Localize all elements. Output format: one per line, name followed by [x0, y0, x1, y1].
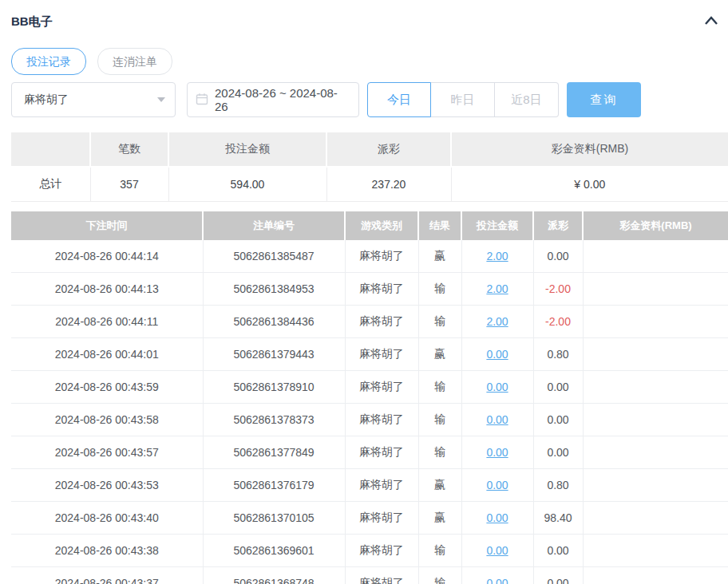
summary-header-bet-amount: 投注金额: [168, 132, 326, 167]
cell-time: 2024-08-26 00:44:11: [11, 306, 203, 338]
summary-table: 笔数 投注金额 派彩 彩金资料(RMB) 总计 357 594.00 237.2…: [11, 132, 728, 202]
cell-order-id: 5062861384436: [203, 306, 345, 338]
cell-bonus: [583, 567, 728, 584]
cell-payout: 98.40: [533, 502, 583, 535]
records-header-bet: 投注金额: [461, 211, 533, 240]
summary-header-bonus: 彩金资料(RMB): [451, 132, 728, 167]
bet-amount-link[interactable]: 0.00: [486, 577, 508, 584]
filter-bar: 麻将胡了 2024-08-26 ~ 2024-08-26 今日 昨日 近8日 查…: [11, 82, 728, 117]
table-row: 2024-08-26 00:44:01 5062861379443 麻将胡了 赢…: [11, 338, 728, 371]
cell-bonus: [583, 502, 728, 535]
bet-amount-link[interactable]: 0.00: [486, 544, 508, 557]
cell-game: 麻将胡了: [345, 502, 418, 535]
cell-order-id: 5062861385487: [203, 240, 345, 273]
records-header-row: 下注时间 注单编号 游戏类别 结果 投注金额 派彩 彩金资料(RMB): [11, 211, 728, 240]
cell-payout: 0.80: [533, 338, 583, 371]
yesterday-button[interactable]: 昨日: [431, 82, 495, 117]
cell-result: 赢: [418, 502, 461, 535]
cell-game: 麻将胡了: [345, 567, 418, 584]
bet-amount-link[interactable]: 2.00: [486, 315, 508, 328]
cell-time: 2024-08-26 00:44:14: [11, 240, 203, 273]
cell-payout: -2.00: [533, 273, 583, 306]
cell-time: 2024-08-26 00:44:13: [11, 273, 203, 306]
cell-order-id: 5062861378910: [203, 371, 345, 404]
cell-bonus: [583, 404, 728, 436]
date-range-input[interactable]: 2024-08-26 ~ 2024-08-26: [187, 82, 359, 117]
records-header-game: 游戏类别: [345, 211, 418, 240]
collapse-panel-button[interactable]: [702, 13, 720, 30]
cell-bet: 2.00: [461, 240, 533, 273]
cell-bonus: [583, 338, 728, 371]
records-header-payout: 派彩: [533, 211, 583, 240]
cell-game: 麻将胡了: [345, 240, 418, 273]
calendar-icon: [196, 93, 215, 108]
bet-amount-link[interactable]: 0.00: [486, 511, 508, 524]
summary-total-count: 357: [90, 167, 168, 202]
cell-bet: 0.00: [461, 469, 533, 502]
cell-bonus: [583, 306, 728, 338]
cell-game: 麻将胡了: [345, 371, 418, 404]
tab-cancelled-orders[interactable]: 连消注单: [97, 48, 172, 75]
cell-bet: 0.00: [461, 338, 533, 371]
tab-bet-records[interactable]: 投注记录: [11, 48, 86, 75]
bet-amount-link[interactable]: 0.00: [486, 381, 508, 393]
cell-game: 麻将胡了: [345, 338, 418, 371]
cell-bet: 0.00: [461, 535, 533, 567]
cell-result: 输: [418, 535, 461, 567]
cell-bonus: [583, 436, 728, 469]
cell-payout: 0.00: [533, 404, 583, 436]
cell-bonus: [583, 273, 728, 306]
cell-result: 输: [418, 371, 461, 404]
cell-result: 输: [418, 306, 461, 338]
cell-order-id: 5062861369601: [203, 535, 345, 567]
cell-payout: 0.00: [533, 567, 583, 584]
summary-header-blank: [11, 132, 90, 167]
summary-header-row: 笔数 投注金额 派彩 彩金资料(RMB): [11, 132, 728, 167]
last-8-days-button[interactable]: 近8日: [495, 82, 559, 117]
bet-amount-link[interactable]: 0.00: [486, 348, 508, 361]
cell-time: 2024-08-26 00:43:37: [11, 567, 203, 584]
records-header-bonus: 彩金资料(RMB): [583, 211, 728, 240]
bet-amount-link[interactable]: 0.00: [486, 446, 508, 459]
records-table: 下注时间 注单编号 游戏类别 结果 投注金额 派彩 彩金资料(RMB) 2024…: [11, 211, 728, 584]
cell-time: 2024-08-26 00:43:58: [11, 404, 203, 436]
game-select-value: 麻将胡了: [24, 93, 69, 107]
game-select[interactable]: 麻将胡了: [11, 82, 176, 117]
cell-bet: 0.00: [461, 436, 533, 469]
bet-amount-link[interactable]: 0.00: [486, 479, 508, 491]
table-row: 2024-08-26 00:43:58 5062861378373 麻将胡了 输…: [11, 404, 728, 436]
cell-result: 赢: [418, 240, 461, 273]
cell-result: 输: [418, 404, 461, 436]
cell-result: 输: [418, 436, 461, 469]
table-row: 2024-08-26 00:43:38 5062861369601 麻将胡了 输…: [11, 535, 728, 567]
table-row: 2024-08-26 00:43:37 5062861368748 麻将胡了 输…: [11, 567, 728, 584]
records-header-time: 下注时间: [11, 211, 203, 240]
search-button[interactable]: 查询: [567, 82, 641, 117]
cell-bet: 0.00: [461, 567, 533, 584]
cell-game: 麻将胡了: [345, 436, 418, 469]
cell-payout: 0.00: [533, 240, 583, 273]
summary-header-count: 笔数: [90, 132, 168, 167]
cell-result: 赢: [418, 469, 461, 502]
chevron-up-icon: [703, 15, 719, 29]
bet-amount-link[interactable]: 0.00: [486, 413, 508, 426]
cell-bonus: [583, 535, 728, 567]
table-row: 2024-08-26 00:43:57 5062861377849 麻将胡了 输…: [11, 436, 728, 469]
table-row: 2024-08-26 00:43:53 5062861376179 麻将胡了 赢…: [11, 469, 728, 502]
today-button[interactable]: 今日: [367, 82, 431, 117]
cell-game: 麻将胡了: [345, 306, 418, 338]
table-row: 2024-08-26 00:43:40 5062861370105 麻将胡了 赢…: [11, 502, 728, 535]
table-row: 2024-08-26 00:44:11 5062861384436 麻将胡了 输…: [11, 306, 728, 338]
cell-bonus: [583, 371, 728, 404]
cell-payout: -2.00: [533, 306, 583, 338]
cell-result: 输: [418, 567, 461, 584]
cell-order-id: 5062861378373: [203, 404, 345, 436]
bet-amount-link[interactable]: 2.00: [486, 282, 508, 295]
cell-game: 麻将胡了: [345, 535, 418, 567]
records-body: 2024-08-26 00:44:14 5062861385487 麻将胡了 赢…: [11, 240, 728, 584]
page-title: BB电子: [11, 14, 53, 30]
bet-amount-link[interactable]: 2.00: [486, 250, 508, 262]
summary-total-payout: 237.20: [326, 167, 451, 202]
cell-result: 赢: [418, 338, 461, 371]
cell-payout: 0.00: [533, 371, 583, 404]
